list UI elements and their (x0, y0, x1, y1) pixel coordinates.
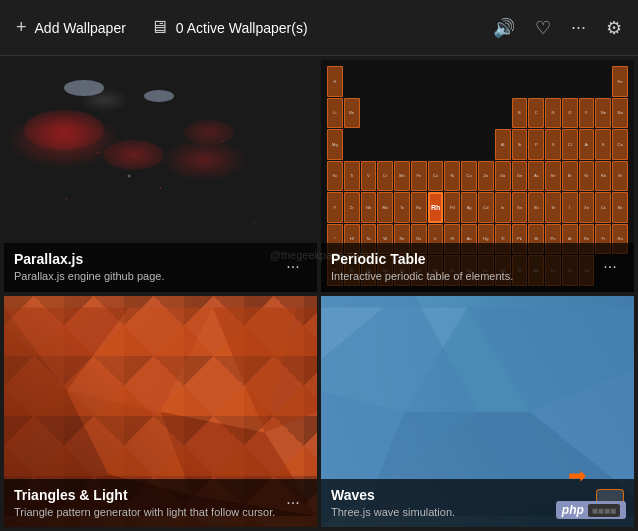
pt-cell: Li (327, 98, 343, 129)
pt-cell: O (562, 98, 578, 129)
pt-cell: Sc (327, 161, 343, 192)
card-title-periodic: Periodic Table (331, 251, 596, 267)
pt-cell: V (361, 161, 377, 192)
pt-cell-empty (428, 66, 444, 97)
pt-cell-empty (478, 98, 494, 129)
pt-cell-empty (361, 66, 377, 97)
pt-cell: Mn (394, 161, 410, 192)
card-menu-periodic[interactable]: ··· (596, 253, 624, 281)
pt-cell: Cu (461, 161, 477, 192)
pt-cell: Ar (579, 129, 595, 160)
add-wallpaper-button[interactable]: + Add Wallpaper (16, 17, 126, 38)
pt-cell-empty (495, 66, 511, 97)
wallpaper-card-waves[interactable]: ➡ Waves Three.js wave simulation. ··· ph… (321, 296, 634, 528)
card-desc-parallax: Parallax.js engine github page. (14, 269, 279, 283)
cloud-shape (144, 90, 174, 102)
card-menu-parallax[interactable]: ··· (279, 253, 307, 281)
pt-cell-empty (344, 66, 360, 97)
pt-cell: K (595, 129, 611, 160)
pt-cell: As (528, 161, 544, 192)
svg-marker-14 (321, 307, 384, 359)
plus-icon: + (16, 17, 27, 38)
pt-cell: I (562, 192, 578, 223)
pt-cell-empty (411, 129, 427, 160)
card-menu-triangles[interactable]: ··· (279, 489, 307, 517)
wallpaper-card-periodic[interactable]: H He Li Be (321, 60, 634, 292)
pt-cell-empty (579, 66, 595, 97)
card-text-periodic: Periodic Table Interactive periodic tabl… (331, 251, 596, 283)
pt-cell: Ne (595, 98, 611, 129)
pt-cell: Cr (377, 161, 393, 192)
pt-cell-empty (377, 98, 393, 129)
volume-icon[interactable]: 🔊 (493, 17, 515, 39)
add-wallpaper-label: Add Wallpaper (35, 20, 126, 36)
pt-cell-empty (528, 66, 544, 97)
pt-cell: Sb (528, 192, 544, 223)
pt-cell: F (579, 98, 595, 129)
pt-cell-empty (361, 98, 377, 129)
card-desc-triangles: Triangle pattern generator with light th… (14, 505, 279, 519)
pt-cell-empty (478, 129, 494, 160)
pt-cell: Si (512, 129, 528, 160)
pt-cell: Nb (361, 192, 377, 223)
wallpaper-card-triangles[interactable]: Triangles & Light Triangle pattern gener… (4, 296, 317, 528)
svg-marker-6 (213, 307, 317, 432)
toolbar: + Add Wallpaper 🖥 0 Active Wallpaper(s) … (0, 0, 638, 56)
pt-cell-empty (377, 129, 393, 160)
arrow-indicator: ➡ (568, 463, 586, 489)
pt-cell: Mo (377, 192, 393, 223)
pt-cell: C (528, 98, 544, 129)
monitor-icon: 🖥 (150, 17, 168, 38)
pt-cell: H (327, 66, 343, 97)
pt-cell: Tc (394, 192, 410, 223)
pt-cell-empty (478, 66, 494, 97)
pt-cell-empty (377, 66, 393, 97)
card-text-triangles: Triangles & Light Triangle pattern gener… (14, 487, 279, 519)
pt-cell: Se (545, 161, 561, 192)
pt-cell: B (512, 98, 528, 129)
wallpaper-card-parallax[interactable]: Parallax.js Parallax.js engine github pa… (4, 60, 317, 292)
svg-marker-1 (67, 307, 213, 411)
pt-cell: Ni (444, 161, 460, 192)
pt-cell-empty (595, 66, 611, 97)
active-wallpapers-label: 0 Active Wallpaper(s) (176, 20, 308, 36)
pt-cell: N (545, 98, 561, 129)
more-options-icon[interactable]: ··· (571, 17, 586, 38)
pt-cell-empty (461, 66, 477, 97)
pt-cell: Zr (344, 192, 360, 223)
pt-cell-empty (512, 66, 528, 97)
svg-marker-10 (321, 307, 467, 411)
glow-area (104, 140, 164, 170)
php-badge: php ■■■■ (556, 501, 626, 519)
pt-cell: Cl (562, 129, 578, 160)
svg-marker-5 (161, 307, 297, 432)
pt-cell-empty (444, 66, 460, 97)
pt-cell: P (528, 129, 544, 160)
pt-cell-empty (444, 129, 460, 160)
glow-area (184, 120, 234, 145)
pt-cell: Zn (478, 161, 494, 192)
pt-cell: Ga (495, 161, 511, 192)
svg-marker-2 (4, 307, 67, 464)
pt-cell-empty (495, 98, 511, 129)
pt-cell: Rb (595, 161, 611, 192)
card-desc-periodic: Interactive periodic table of elements. (331, 269, 596, 283)
active-wallpapers-button[interactable]: 🖥 0 Active Wallpaper(s) (150, 17, 308, 38)
pt-cell: Na (612, 98, 628, 129)
pt-cell-empty (394, 66, 410, 97)
glow-area (24, 110, 104, 150)
settings-icon[interactable]: ⚙ (606, 17, 622, 39)
pt-cell: S (545, 129, 561, 160)
php-label: php (562, 503, 584, 517)
pt-cell: Co (428, 161, 444, 192)
pt-cell: Cd (478, 192, 494, 223)
heart-icon[interactable]: ♡ (535, 17, 551, 39)
pt-cell-empty (411, 66, 427, 97)
pt-cell: Pd (444, 192, 460, 223)
pt-cell: Sr (612, 161, 628, 192)
wallpaper-grid: Parallax.js Parallax.js engine github pa… (0, 56, 638, 531)
card-text-parallax: Parallax.js Parallax.js engine github pa… (14, 251, 279, 283)
card-info-triangles: Triangles & Light Triangle pattern gener… (4, 479, 317, 527)
pt-cell: Ru (411, 192, 427, 223)
pt-cell-empty (361, 129, 377, 160)
